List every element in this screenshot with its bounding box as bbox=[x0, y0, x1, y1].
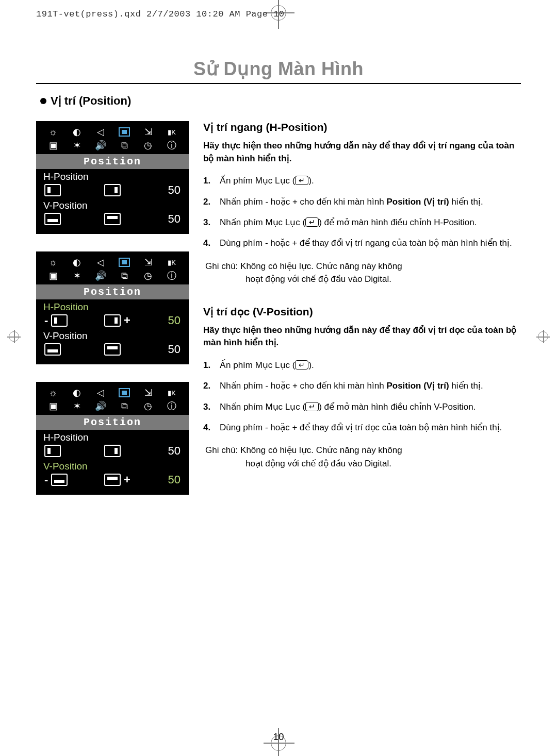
osd-v-label-active: V-Position bbox=[43, 461, 182, 472]
v-up-icon bbox=[104, 343, 121, 356]
info-icon: ⓘ bbox=[166, 270, 178, 281]
page-title: Sử Dụng Màn Hình bbox=[36, 58, 521, 80]
crop-mark-right bbox=[536, 330, 550, 343]
h-right-icon bbox=[104, 184, 121, 196]
section-heading: Vị trí (Position) bbox=[40, 94, 521, 108]
v-steps: Ấn phím Mục Lục (↵). Nhấn phím - hoặc + … bbox=[203, 359, 521, 434]
h-right-icon bbox=[104, 314, 121, 327]
h-note: Ghi chú: Không có hiệu lực. Chức năng nà… bbox=[205, 260, 521, 286]
h-heading: Vị trí ngang (H-Position) bbox=[203, 121, 521, 133]
brightness-icon: ☼ bbox=[47, 257, 59, 268]
language-icon: ✶ bbox=[71, 270, 83, 281]
section-heading-text: Vị trí (Position) bbox=[51, 94, 131, 108]
osd-h-value: 50 bbox=[164, 183, 181, 197]
clock-icon: ◷ bbox=[142, 140, 154, 151]
osd-h-label-active: H-Position bbox=[43, 301, 182, 313]
audio-icon: 🔊 bbox=[94, 400, 107, 412]
h-step-1: Ấn phím Mục Lục (↵). bbox=[203, 174, 521, 188]
info-icon: ⓘ bbox=[166, 400, 178, 412]
h-left-icon bbox=[44, 445, 61, 457]
v-note: Ghi chú: Không có hiệu lực. Chức năng nà… bbox=[205, 444, 521, 470]
pip-icon: ⧉ bbox=[118, 400, 130, 412]
minus-label: - bbox=[44, 473, 48, 486]
brightness-icon: ☼ bbox=[47, 387, 59, 398]
h-step-3: Nhấn phím Mục Lục (↵) để mở màn hình điề… bbox=[203, 216, 521, 229]
crop-mark-left bbox=[7, 330, 21, 343]
position-icon bbox=[118, 126, 130, 138]
info-icon: ⓘ bbox=[166, 140, 178, 151]
v-step-1: Ấn phím Mục Lục (↵). bbox=[203, 359, 521, 372]
v-step-2: Nhấn phím - hoặc + cho đến khi màn hình … bbox=[203, 379, 521, 393]
osd-panel-3: ☼ ◐ ◁ ⇲ ▮K ▣ ✶ 🔊 ⧉ ◷ ⓘ Position H- bbox=[36, 382, 189, 495]
h-steps: Ấn phím Mục Lục (↵). Nhấn phím - hoặc + … bbox=[203, 174, 521, 250]
pip-icon: ⧉ bbox=[118, 270, 130, 281]
osd-h-value: 50 bbox=[164, 444, 181, 458]
v-position-section: Vị trí dọc (V-Position) Hãy thực hiện th… bbox=[203, 306, 521, 471]
enter-key-icon: ↵ bbox=[295, 360, 308, 369]
osd-v-label: V-Position bbox=[43, 200, 182, 211]
h-left-icon bbox=[51, 314, 68, 327]
svg-rect-3 bbox=[122, 260, 127, 264]
v-step-3: Nhấn phím Mục Lục (↵) để mở màn hình điề… bbox=[203, 400, 521, 414]
v-down-icon bbox=[44, 213, 61, 225]
h-intro: Hãy thực hiện theo những hướng dẫn này đ… bbox=[203, 140, 521, 165]
svg-rect-1 bbox=[122, 130, 127, 134]
size-icon: ⇲ bbox=[142, 257, 154, 268]
osd-h-value-active: 50 bbox=[164, 314, 181, 327]
image-icon: ▣ bbox=[47, 400, 59, 412]
color-icon: ▮K bbox=[166, 387, 178, 398]
h-step-4: Dùng phím - hoặc + để thay đổi vị trí ng… bbox=[203, 237, 521, 250]
contrast-icon: ◐ bbox=[71, 387, 83, 398]
osd-icon-row-1b: ☼ ◐ ◁ ⇲ ▮K bbox=[36, 256, 189, 269]
contrast-icon: ◐ bbox=[71, 126, 83, 138]
v-up-icon bbox=[104, 213, 121, 225]
size-icon: ⇲ bbox=[142, 126, 154, 138]
osd-h-label: H-Position bbox=[43, 171, 182, 182]
title-rule bbox=[36, 83, 521, 84]
h-left-icon bbox=[44, 184, 61, 196]
osd-v-label: V-Position bbox=[43, 330, 182, 342]
plus-label: + bbox=[124, 473, 130, 486]
osd-icon-row-1: ☼ ◐ ◁ ⇲ ▮K bbox=[36, 125, 189, 139]
osd-panel-1: ☼ ◐ ◁ ⇲ ▮K ▣ ✶ 🔊 ⧉ ◷ ⓘ Position H- bbox=[36, 121, 189, 234]
osd-menu-label: Position bbox=[36, 154, 189, 169]
osd-h-label: H-Position bbox=[43, 432, 182, 443]
v-down-icon bbox=[51, 474, 68, 486]
audio-icon: 🔊 bbox=[94, 270, 107, 281]
osd-icon-row-2: ▣ ✶ 🔊 ⧉ ◷ ⓘ bbox=[36, 139, 189, 152]
file-meta: 191T-vet(press).qxd 2/7/2003 10:20 AM Pa… bbox=[36, 9, 521, 19]
h-position-section: Vị trí ngang (H-Position) Hãy thực hiện … bbox=[203, 121, 521, 286]
language-icon: ✶ bbox=[71, 140, 83, 151]
minus-label: - bbox=[44, 314, 48, 327]
v-up-icon bbox=[104, 474, 121, 486]
pip-icon: ⧉ bbox=[118, 140, 130, 151]
enter-key-icon: ↵ bbox=[295, 176, 308, 185]
osd-panel-2: ☼ ◐ ◁ ⇲ ▮K ▣ ✶ 🔊 ⧉ ◷ ⓘ Position H- bbox=[36, 251, 189, 364]
osd-v-value: 50 bbox=[164, 212, 181, 226]
v-down-icon bbox=[44, 343, 61, 356]
osd-v-value: 50 bbox=[164, 343, 181, 356]
image-icon: ▣ bbox=[47, 270, 59, 281]
osd-v-value-active: 50 bbox=[164, 473, 181, 486]
v-step-4: Dùng phím - hoặc + để thay đổi vị trí dọ… bbox=[203, 421, 521, 434]
clock-icon: ◷ bbox=[142, 270, 154, 281]
h-right-icon bbox=[104, 445, 121, 457]
plus-label: + bbox=[124, 314, 130, 327]
page-number: 10 bbox=[0, 731, 557, 743]
position-icon bbox=[118, 387, 130, 398]
osd-menu-label: Position bbox=[36, 284, 189, 299]
page-body: Sử Dụng Màn Hình Vị trí (Position) ☼ ◐ ◁… bbox=[36, 49, 521, 725]
svg-rect-5 bbox=[122, 391, 127, 395]
position-icon bbox=[118, 257, 130, 268]
clock-icon: ◷ bbox=[142, 400, 154, 412]
enter-key-icon: ↵ bbox=[305, 217, 319, 227]
geometry-icon: ◁ bbox=[94, 257, 107, 268]
geometry-icon: ◁ bbox=[94, 387, 107, 398]
v-intro: Hãy thực hiện theo những hướng dẫn này đ… bbox=[203, 324, 521, 349]
osd-icon-row-2c: ▣ ✶ 🔊 ⧉ ◷ ⓘ bbox=[36, 399, 189, 413]
image-icon: ▣ bbox=[47, 140, 59, 151]
h-step-2: Nhấn phím - hoặc + cho đến khi màn hình … bbox=[203, 195, 521, 209]
enter-key-icon: ↵ bbox=[305, 402, 319, 411]
color-icon: ▮K bbox=[166, 257, 178, 268]
osd-icon-row-1c: ☼ ◐ ◁ ⇲ ▮K bbox=[36, 386, 189, 399]
